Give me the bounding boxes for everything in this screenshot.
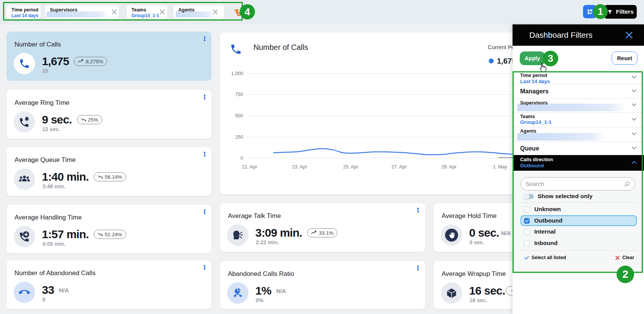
svg-text:Number of Calls: Number of Calls [253,43,308,51]
svg-text:29. Apr: 29. Apr [441,164,457,170]
svg-text:27. Apr: 27. Apr [391,164,407,170]
svg-text:1,000: 1,000 [231,71,243,76]
svg-text:1. May: 1. May [493,164,507,170]
svg-text:250: 250 [235,135,243,140]
svg-text:21. Apr: 21. Apr [242,164,257,170]
svg-text:500: 500 [235,113,243,119]
svg-text:25. Apr: 25. Apr [343,164,358,170]
svg-text:23. Apr: 23. Apr [292,164,307,170]
svg-text:0: 0 [240,155,243,161]
svg-text:750: 750 [235,92,243,97]
